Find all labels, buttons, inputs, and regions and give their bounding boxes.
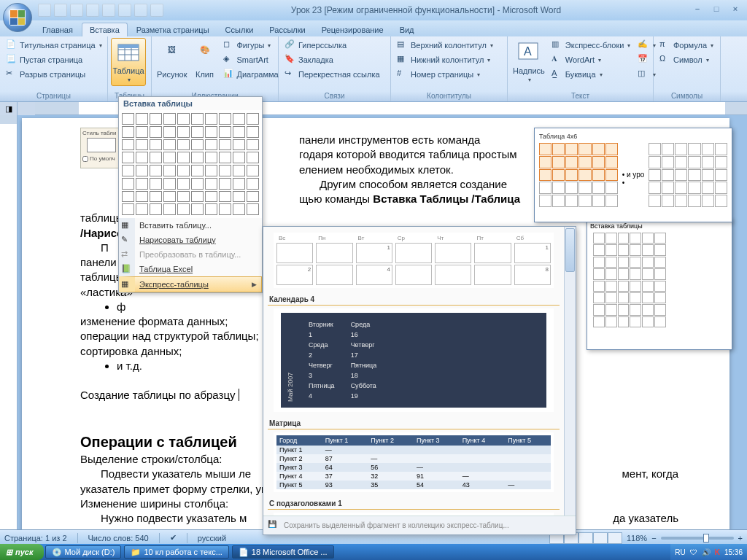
zoom-in-button[interactable]: + (738, 534, 743, 542)
equation-button[interactable]: πФормула▾ (657, 38, 716, 52)
footer-icon: ▦ (397, 54, 409, 66)
convert-icon: ⇄ (121, 249, 133, 261)
qat-redo[interactable] (70, 4, 83, 17)
status-language[interactable]: русский (198, 534, 226, 542)
crossref-button[interactable]: ↪Перекрестная ссылка (282, 67, 383, 82)
save-gallery-item: Сохранить выделенный фрагмент в коллекци… (284, 521, 509, 529)
bookmark-icon: 🔖 (285, 54, 296, 66)
crossref-icon: ↪ (285, 69, 296, 80)
bookmark-button[interactable]: 🔖Закладка (282, 52, 383, 67)
cover-page-button[interactable]: 📄Титульная страница▾ (3, 38, 105, 52)
pagenum-icon: # (397, 69, 409, 80)
tab-mailings[interactable]: Рассылки (262, 23, 312, 36)
smartart-icon: ◈ (223, 54, 235, 66)
taskbar-item[interactable]: 📄 18 Microsoft Office ... (232, 545, 334, 559)
cover-page-icon: 📄 (6, 39, 18, 51)
qat-more[interactable] (150, 4, 163, 17)
tray-clock[interactable]: 15:36 (724, 548, 743, 556)
quickparts-icon: ▥ (551, 39, 563, 51)
office-button[interactable] (3, 3, 32, 32)
clipart-button[interactable]: 🎨Клип (191, 38, 219, 86)
quick-tables-scrollbar[interactable] (564, 227, 576, 516)
convert-table-item: ⇄Преобразовать в таблицу... (119, 247, 262, 262)
pencil-icon: ✎ (121, 235, 133, 246)
titlebar: Урок 23 [Режим ограниченной функциональн… (0, 0, 747, 20)
taskbar-item[interactable]: 💿 Мой диск (D:) (45, 545, 122, 559)
quick-tables-item[interactable]: ▦Экспресс-таблицы▶ (119, 276, 262, 292)
chart-button[interactable]: 📊Диаграмма (220, 67, 282, 82)
quicktable-icon: ▦ (121, 279, 133, 291)
smartart-button[interactable]: ◈SmartArt (220, 52, 282, 67)
table-button[interactable]: Таблица▾ (111, 38, 146, 86)
table-style-preview: Стиль табли По умолч (80, 128, 123, 168)
tray-icon[interactable]: 🛡 (690, 548, 697, 556)
tray-icon[interactable]: 🔊 (702, 548, 711, 556)
start-button[interactable]: ⊞пуск (0, 544, 44, 560)
qat-btn[interactable] (86, 4, 99, 17)
tab-view[interactable]: Вид (392, 23, 422, 36)
status-proof-icon[interactable]: ✔ (170, 533, 177, 542)
quick-table-calendar4[interactable]: Май 2007 ВторникСреда 116 СредаЧетверг 2… (274, 308, 554, 412)
header-icon: ▤ (397, 39, 409, 51)
zoom-label[interactable]: 118% (627, 534, 647, 542)
shapes-icon: ◻ (223, 39, 235, 51)
close-button[interactable]: × (727, 4, 744, 16)
footer-button[interactable]: ▦Нижний колонтитул▾ (394, 52, 496, 67)
quickparts-button[interactable]: ▥Экспресс-блоки▾ (549, 38, 634, 52)
zoom-out-button[interactable]: − (651, 534, 656, 542)
wordart-icon: 𝐀 (551, 54, 563, 66)
tab-insert[interactable]: Вставка (82, 23, 128, 36)
zoom-slider[interactable] (661, 537, 734, 540)
tray-icon[interactable]: K (715, 548, 720, 556)
clipart-icon: 🎨 (193, 45, 217, 69)
quick-table-matrix[interactable]: ГородПункт 1Пункт 2Пункт 3Пункт 4Пункт 5… (274, 432, 554, 492)
windows-taskbar: ⊞пуск 💿 Мой диск (D:) 📁 10 кл работа с т… (0, 544, 747, 560)
ribbon-tabs: Главная Вставка Разметка страницы Ссылки… (0, 20, 747, 36)
window-title: Урок 23 [Режим ограниченной функциональн… (163, 5, 689, 15)
taskbar-item[interactable]: 📁 10 кл работа с текс... (124, 545, 228, 559)
equation-icon: π (659, 39, 671, 51)
insert-table-item[interactable]: ▦Вставить таблицу... (119, 218, 262, 233)
qat-undo[interactable] (54, 4, 67, 17)
sig-icon: ✍ (638, 39, 649, 51)
qat-btn[interactable] (118, 4, 131, 17)
qat-btn[interactable] (134, 4, 147, 17)
hyperlink-icon: 🔗 (285, 39, 296, 51)
hyperlink-button[interactable]: 🔗Гиперссылка (282, 38, 383, 52)
status-words[interactable]: Число слов: 540 (88, 534, 149, 542)
page-break-button[interactable]: ✂Разрыв страницы (3, 67, 105, 82)
picture-button[interactable]: 🖼Рисунок (155, 38, 190, 86)
textbox-button[interactable]: AНадпись▾ (511, 38, 547, 86)
symbol-icon: Ω (659, 54, 671, 66)
tab-review[interactable]: Рецензирование (314, 23, 391, 36)
tab-home[interactable]: Главная (35, 23, 80, 36)
blank-page-icon: 📃 (6, 54, 18, 66)
tab-pagelayout[interactable]: Разметка страницы (129, 23, 217, 36)
svg-text:A: A (524, 45, 532, 58)
default-checkbox[interactable] (82, 156, 88, 162)
wordart-button[interactable]: 𝐀WordArt▾ (549, 52, 634, 67)
shapes-button[interactable]: ◻Фигуры▾ (220, 38, 282, 52)
vertical-ruler[interactable] (0, 115, 18, 529)
header-button[interactable]: ▤Верхний колонтитул▾ (394, 38, 496, 52)
system-tray[interactable]: RU 🛡 🔊 K 15:36 (670, 544, 747, 560)
dropcap-icon: A̲ (551, 69, 563, 80)
insert-table-grid[interactable] (119, 110, 262, 218)
preview-insert-table: Вставка таблицы (587, 219, 732, 350)
excel-table-item[interactable]: 📗Таблица Excel (119, 262, 262, 276)
status-page[interactable]: Страница: 1 из 2 (4, 534, 67, 542)
qat-save[interactable] (38, 4, 51, 17)
qat-btn[interactable] (102, 4, 115, 17)
tab-references[interactable]: Ссылки (218, 23, 261, 36)
ribbon: 📄Титульная страница▾ 📃Пустая страница ✂Р… (0, 36, 747, 102)
quick-table-calendar3[interactable]: Вс Пн Вт1 Ср Чт Пт Сб1 2 4 8 (274, 233, 554, 288)
table-icon (117, 42, 140, 65)
symbol-button[interactable]: ΩСимвол▾ (657, 52, 716, 67)
pagenum-button[interactable]: #Номер страницы▾ (394, 67, 496, 82)
blank-page-button[interactable]: 📃Пустая страница (3, 52, 105, 67)
minimize-button[interactable]: – (689, 4, 706, 16)
ruler-corner[interactable]: ◨ (0, 102, 18, 115)
dropcap-button[interactable]: A̲Буквица▾ (549, 67, 634, 82)
maximize-button[interactable]: □ (708, 4, 725, 16)
draw-table-item[interactable]: ✎Нарисовать таблицу (119, 233, 262, 247)
